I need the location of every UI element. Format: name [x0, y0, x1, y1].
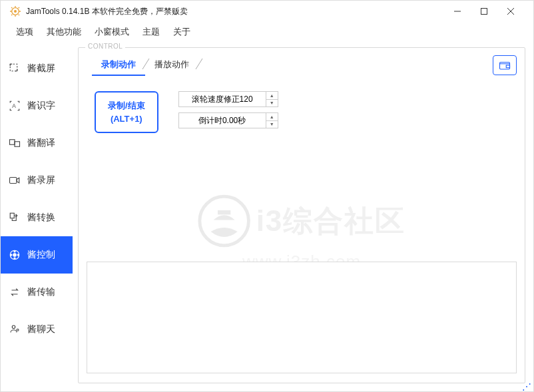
svg-rect-33 — [506, 65, 509, 68]
tab-row: 录制动作 播放动作 — [79, 48, 525, 75]
svg-rect-32 — [500, 62, 510, 69]
svg-point-28 — [200, 196, 249, 246]
svg-text:A: A — [12, 103, 16, 109]
record-button-line1: 录制/结束 — [108, 99, 145, 112]
tab-record-action[interactable]: 录制动作 — [92, 55, 145, 75]
svg-point-25 — [17, 254, 19, 256]
spinner-down[interactable]: ▼ — [266, 121, 278, 128]
window-title: JamTools 0.14.1B 本软件完全免费，严禁贩卖 — [26, 6, 444, 17]
svg-rect-18 — [10, 178, 17, 184]
svg-line-9 — [11, 15, 12, 15]
menu-other[interactable]: 其他功能 — [41, 24, 87, 40]
sidebar-item-record[interactable]: 酱录屏 — [1, 162, 73, 199]
svg-rect-17 — [15, 142, 20, 147]
ocr-icon: A — [9, 100, 21, 112]
translate-icon — [9, 137, 21, 149]
svg-point-27 — [17, 329, 19, 331]
transfer-icon — [9, 286, 21, 298]
app-icon — [10, 6, 21, 17]
sidebar-label: 酱聊天 — [27, 323, 55, 335]
svg-rect-29 — [218, 210, 230, 214]
svg-point-21 — [13, 254, 17, 257]
svg-rect-16 — [10, 140, 15, 145]
log-textarea[interactable] — [87, 262, 517, 373]
menu-theme[interactable]: 主题 — [136, 24, 166, 40]
minimize-button[interactable] — [444, 1, 471, 21]
sidebar-label: 酱转换 — [27, 212, 55, 224]
menu-options[interactable]: 选项 — [10, 24, 39, 40]
record-icon — [9, 174, 21, 186]
sidebar-item-control[interactable]: 酱控制 — [1, 236, 73, 274]
screenshot-icon — [9, 63, 21, 75]
svg-line-8 — [19, 7, 19, 8]
sidebar-label: 酱控制 — [27, 249, 55, 261]
svg-line-31 — [196, 59, 202, 69]
svg-point-1 — [14, 10, 17, 13]
sidebar-item-transfer[interactable]: 酱传输 — [1, 274, 73, 311]
svg-point-22 — [14, 251, 15, 252]
maximize-button[interactable] — [471, 1, 497, 21]
sidebar-item-convert[interactable]: 酱转换 — [1, 199, 73, 236]
svg-point-23 — [14, 258, 15, 259]
control-panel: CONTROL i3综合社区 www.i3zh.com 录制动作 播放动作 — [78, 47, 525, 383]
svg-rect-11 — [481, 9, 487, 15]
sidebar: 酱截屏 A 酱识字 酱翻译 酱录屏 酱转换 酱控制 酱传输 酱聊天 — [1, 42, 73, 391]
spinner-value: 滚轮速度修正120 — [179, 94, 266, 105]
spinner-up[interactable]: ▲ — [266, 92, 278, 100]
svg-point-24 — [11, 254, 12, 256]
spinner-value: 倒计时0.00秒 — [179, 115, 266, 126]
svg-line-6 — [11, 7, 12, 8]
record-toggle-button[interactable]: 录制/结束 (ALT+1) — [95, 91, 158, 133]
sidebar-label: 酱截屏 — [27, 63, 55, 75]
wallet-icon — [499, 60, 511, 71]
sidebar-label: 酱识字 — [27, 100, 55, 112]
resize-grip[interactable]: ⋰ — [522, 385, 531, 389]
sidebar-label: 酱翻译 — [27, 137, 55, 149]
sidebar-item-chat[interactable]: 酱聊天 — [1, 311, 73, 348]
watermark-line1: i3综合社区 — [256, 202, 406, 241]
svg-line-7 — [19, 15, 19, 15]
sidebar-item-translate[interactable]: 酱翻译 — [1, 124, 73, 162]
svg-rect-19 — [10, 213, 14, 218]
convert-icon — [9, 212, 21, 224]
watermark: i3综合社区 www.i3zh.com — [198, 194, 406, 272]
wallet-button[interactable] — [493, 55, 517, 75]
spinner-up[interactable]: ▲ — [266, 113, 278, 121]
tab-label: 录制动作 — [101, 59, 136, 69]
chat-icon — [9, 323, 21, 335]
menu-about[interactable]: 关于 — [167, 24, 196, 40]
countdown-spinner[interactable]: 倒计时0.00秒 ▲▼ — [178, 112, 278, 128]
spinner-down[interactable]: ▼ — [266, 100, 278, 107]
sidebar-label: 酱传输 — [27, 286, 55, 298]
titlebar: JamTools 0.14.1B 本软件完全免费，严禁贩卖 — [1, 1, 533, 22]
sidebar-item-ocr[interactable]: A 酱识字 — [1, 87, 73, 124]
svg-rect-14 — [10, 64, 17, 71]
main-panel-wrapper: CONTROL i3综合社区 www.i3zh.com 录制动作 播放动作 — [73, 42, 533, 391]
close-button[interactable] — [497, 1, 524, 21]
tab-label: 播放动作 — [154, 59, 189, 69]
menu-mini[interactable]: 小窗模式 — [89, 24, 135, 40]
menubar: 选项 其他功能 小窗模式 主题 关于 — [1, 22, 533, 42]
tab-play-action[interactable]: 播放动作 — [145, 55, 198, 75]
sidebar-item-screenshot[interactable]: 酱截屏 — [1, 50, 73, 87]
record-button-line2: (ALT+1) — [108, 112, 145, 126]
scroll-speed-spinner[interactable]: 滚轮速度修正120 ▲▼ — [178, 91, 278, 107]
control-icon — [9, 249, 21, 261]
svg-point-26 — [12, 325, 15, 329]
sidebar-label: 酱录屏 — [27, 174, 55, 186]
